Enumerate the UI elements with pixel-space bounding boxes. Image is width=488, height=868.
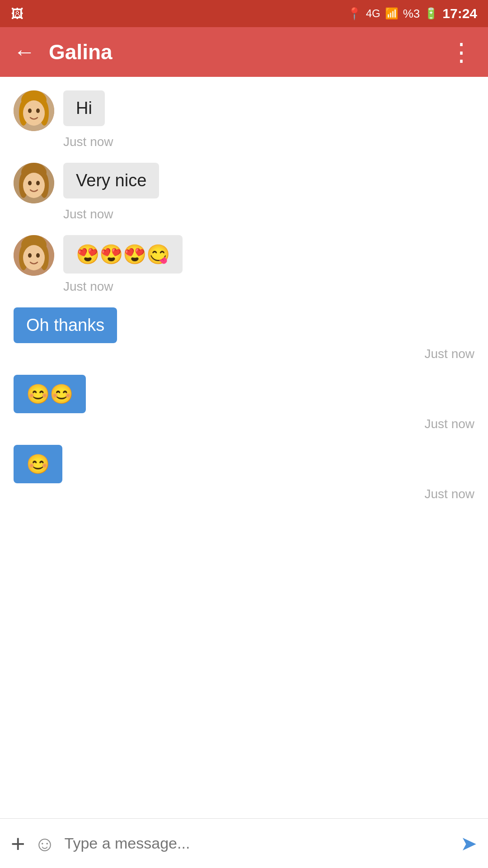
emoji-button[interactable]: ☺	[34, 833, 56, 854]
message-bubble: 😍😍😍😋	[63, 235, 183, 274]
message-row: Oh thanks	[14, 307, 474, 343]
send-button[interactable]: ➤	[460, 834, 477, 854]
message-timestamp: Just now	[63, 207, 474, 222]
more-options-button[interactable]: ⋮	[449, 40, 474, 64]
message-row: Very nice	[14, 163, 474, 203]
back-button[interactable]: ←	[14, 41, 35, 63]
clock: 17:24	[442, 6, 477, 21]
message-row: 😊😊	[14, 375, 474, 413]
signal-icon: 📶	[385, 7, 399, 20]
message-timestamp: Just now	[14, 487, 474, 501]
message-row: 😍😍😍😋	[14, 235, 474, 276]
svg-point-20	[36, 253, 40, 258]
svg-point-13	[36, 181, 40, 185]
chat-area: Hi Just now Very nice Just now	[0, 77, 488, 818]
message-group: 😊😊 Just now	[14, 375, 474, 431]
svg-point-6	[36, 108, 40, 113]
svg-point-18	[23, 245, 45, 270]
message-row: 😊	[14, 445, 474, 483]
notification-icon: 🖼	[11, 7, 23, 21]
svg-point-11	[23, 173, 45, 198]
avatar	[14, 235, 54, 276]
message-timestamp: Just now	[14, 347, 474, 361]
message-bubble: 😊	[14, 445, 62, 483]
message-bubble: Hi	[63, 90, 105, 126]
message-timestamp: Just now	[14, 417, 474, 431]
svg-point-12	[28, 181, 32, 185]
input-bar: + ☺ ➤	[0, 818, 488, 868]
page-title: Galina	[49, 40, 449, 64]
message-group: 😊 Just now	[14, 445, 474, 501]
message-group: Hi Just now	[14, 90, 474, 149]
battery-label: %3	[403, 7, 420, 21]
add-button[interactable]: +	[11, 831, 25, 856]
message-bubble: 😊😊	[14, 375, 86, 413]
message-input[interactable]	[65, 835, 451, 852]
avatar	[14, 163, 54, 203]
status-bar: 🖼 📍 4G 📶 %3 🔋 17:24	[0, 0, 488, 27]
network-4g: 4G	[366, 7, 380, 20]
message-bubble: Oh thanks	[14, 307, 117, 343]
avatar	[14, 90, 54, 131]
svg-point-19	[28, 253, 32, 258]
message-timestamp: Just now	[63, 135, 474, 149]
message-group: 😍😍😍😋 Just now	[14, 235, 474, 294]
status-bar-left: 🖼	[11, 6, 23, 21]
battery-icon: 🔋	[424, 7, 438, 20]
location-icon: 📍	[347, 7, 361, 21]
svg-point-4	[23, 100, 45, 126]
app-bar: ← Galina ⋮	[0, 27, 488, 77]
status-bar-right: 📍 4G 📶 %3 🔋 17:24	[347, 6, 477, 21]
message-group: Very nice Just now	[14, 163, 474, 222]
message-bubble: Very nice	[63, 163, 159, 198]
message-row: Hi	[14, 90, 474, 131]
message-timestamp: Just now	[63, 279, 474, 294]
svg-point-5	[28, 108, 32, 113]
message-group: Oh thanks Just now	[14, 307, 474, 361]
